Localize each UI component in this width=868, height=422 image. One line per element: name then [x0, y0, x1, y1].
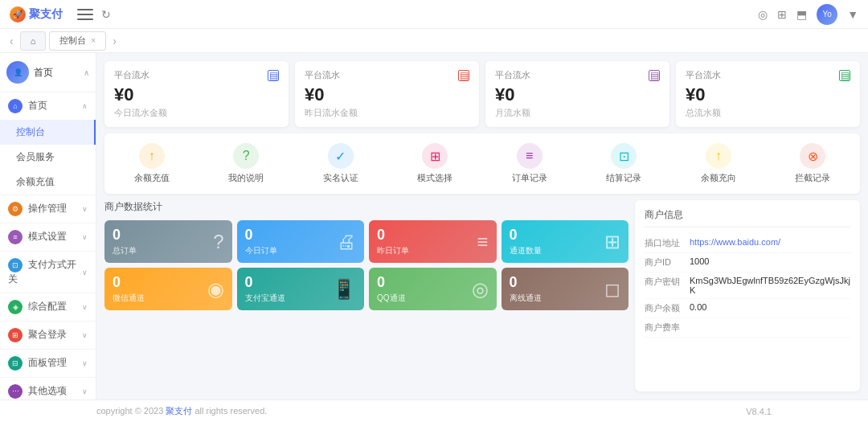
stat-offline: 0离线通道 ◻ [502, 268, 629, 310]
dropdown-icon[interactable]: ▼ [847, 8, 858, 21]
refresh-button[interactable]: ↻ [101, 8, 111, 21]
info-value-balance: 0.00 [690, 302, 706, 312]
layout: 👤 首页 ∧ ⌂ 首页 ∧ 控制台 会员服务 余额充值 [0, 53, 868, 399]
footer: copyright © 2023 聚支付 all rights reserved… [0, 399, 868, 422]
info-row-key: 商户密钥 KmSg3WbJEgwlnfTB59z62EyGzgWjsJkjK [645, 272, 850, 299]
topbar-left: 🚀 聚支付 ↻ [10, 6, 111, 23]
tabbar: ‹ ⌂ 控制台 × › [0, 29, 868, 53]
quick-action-recharge[interactable]: ↑ 余额充值 [124, 140, 180, 187]
quick-action-settlement[interactable]: ⊡ 结算记录 [596, 140, 652, 187]
operations-icon: ⚙ [8, 202, 23, 216]
bottom-row: 商户数据统计 0总订单 ? 0今日订单 🖨 0昨日订单 ≡ [104, 200, 860, 391]
stat-amount-month: ¥0 [495, 84, 660, 105]
login-icon: ⊞ [8, 328, 23, 342]
quick-action-recharge2[interactable]: ↑ 余额充向 [690, 140, 747, 187]
sidebar-group-config: ◈ 综合配置 ∨ [0, 293, 96, 322]
stats-grid: 0总订单 ? 0今日订单 🖨 0昨日订单 ≡ 0通道数量 ⊞ [104, 220, 628, 310]
quick-action-order[interactable]: ≡ 订单记录 [502, 140, 558, 187]
stat-icon-yesterday: ▤ [458, 70, 469, 81]
info-value-key: KmSg3WbJEgwlnfTB59z62EyGzgWjsJkjK [690, 276, 850, 295]
stat-card-total: 平台流水 ▤ ¥0 总流水额 [676, 61, 860, 127]
logo-icon: 🚀 [10, 6, 26, 23]
verify-icon: ✓ [328, 143, 354, 169]
other-icon: ⋯ [8, 384, 23, 399]
sidebar-group-header-home[interactable]: ⌂ 首页 ∧ [0, 92, 96, 120]
home-group-icon: ⌂ [8, 99, 23, 113]
stat-amount-today: ¥0 [114, 84, 279, 105]
mode-icon: ≡ [8, 230, 23, 244]
operations-chevron: ∨ [82, 205, 88, 213]
panel-icon: ⊟ [8, 356, 23, 371]
today-orders-icon: 🖨 [337, 231, 356, 253]
info-value-id: 1000 [690, 256, 709, 266]
sidebar-group-header-mode[interactable]: ≡ 模式设置 ∨ [0, 223, 96, 251]
recharge2-icon: ↑ [706, 143, 731, 169]
stat-icon-total: ▤ [839, 70, 850, 81]
sidebar-avatar: 👤 [6, 61, 29, 84]
quick-action-explain[interactable]: ? 我的说明 [218, 140, 274, 187]
stat-title-today: 平台流水 [114, 69, 149, 81]
stat-icon-today: ▤ [268, 70, 279, 81]
sidebar-group-payment: ⊡ 支付方式开关 ∨ [0, 252, 96, 293]
sidebar-item-recharge[interactable]: 余额充值 [0, 170, 96, 195]
sidebar-group-header-operations[interactable]: ⚙ 操作管理 ∨ [0, 195, 96, 223]
sidebar-username: 首页 [34, 66, 79, 80]
stat-card-yesterday: 平台流水 ▤ ¥0 昨日流水金额 [295, 61, 479, 127]
sidebar-group-header-login[interactable]: ⊞ 聚合登录 ∨ [0, 322, 96, 349]
tab-dashboard[interactable]: 控制台 × [49, 31, 106, 51]
footer-version: V8.4.1 [746, 407, 772, 416]
sidebar-group-header-other[interactable]: ⋯ 其他选项 ∨ [0, 378, 96, 399]
user-avatar[interactable]: Yo [817, 4, 837, 25]
quick-action-verify[interactable]: ✓ 实名认证 [313, 140, 369, 187]
tab-close-button[interactable]: × [91, 36, 96, 45]
yesterday-orders-icon: ≡ [477, 231, 488, 253]
stat-label-total: 总流水额 [686, 107, 850, 119]
info-label-rate: 商户费率 [645, 322, 690, 334]
tab-prev-button[interactable]: ‹ [6, 35, 17, 47]
sidebar-group-operations: ⚙ 操作管理 ∨ [0, 195, 96, 223]
alipay-icon: 📱 [332, 278, 356, 301]
home-chevron: ∧ [82, 102, 88, 110]
sidebar-item-member-service[interactable]: 会员服务 [0, 145, 96, 170]
sidebar-group-panel: ⊟ 面板管理 ∨ [0, 350, 96, 378]
stat-label-month: 月流水额 [495, 107, 660, 119]
info-label-key: 商户密钥 [645, 276, 690, 288]
merchant-stats-title: 商户数据统计 [104, 200, 628, 214]
logo-text: 聚支付 [29, 7, 63, 22]
menu-toggle-button[interactable] [77, 9, 93, 20]
info-row-balance: 商户余额 0.00 [645, 299, 850, 318]
sidebar-user-section: 👤 首页 ∧ [0, 53, 96, 92]
sidebar-group-header-config[interactable]: ◈ 综合配置 ∨ [0, 293, 96, 321]
stat-label-today: 今日流水金额 [114, 107, 279, 119]
info-value-url: https://www.baidu.com/ [690, 237, 780, 247]
lock-icon[interactable]: ⬒ [796, 8, 807, 21]
sidebar: 👤 首页 ∧ ⌂ 首页 ∧ 控制台 会员服务 余额充值 [0, 53, 96, 399]
stat-card-month: 平台流水 ▤ ¥0 月流水额 [485, 61, 669, 127]
topbar: 🚀 聚支付 ↻ ◎ ⊞ ⬒ Yo ▼ [0, 0, 868, 29]
sidebar-chevron-icon[interactable]: ∧ [84, 68, 89, 77]
stat-yesterday-orders: 0昨日订单 ≡ [369, 220, 497, 263]
info-row-url: 插口地址 https://www.baidu.com/ [645, 234, 850, 253]
merchant-stats-section: 商户数据统计 0总订单 ? 0今日订单 🖨 0昨日订单 ≡ [104, 200, 628, 391]
info-label-balance: 商户余额 [645, 302, 690, 314]
tab-home[interactable]: ⌂ [20, 31, 47, 51]
recharge-icon: ↑ [139, 143, 165, 169]
bell-icon[interactable]: ◎ [758, 8, 768, 21]
info-label-id: 商户ID [645, 256, 690, 268]
sidebar-group-login: ⊞ 聚合登录 ∨ [0, 322, 96, 350]
tab-next-button[interactable]: › [109, 35, 120, 47]
merchant-info-title: 商户信息 [645, 208, 850, 227]
stat-today-orders: 0今日订单 🖨 [237, 220, 365, 263]
home-icon: ⌂ [31, 36, 36, 46]
sidebar-group-header-payment[interactable]: ⊡ 支付方式开关 ∨ [0, 252, 96, 293]
qq-icon: ◎ [472, 278, 489, 301]
sidebar-group-header-panel[interactable]: ⊟ 面板管理 ∨ [0, 350, 96, 377]
footer-brand-link[interactable]: 聚支付 [166, 406, 192, 416]
quick-action-template[interactable]: ⊞ 模式选择 [407, 140, 463, 187]
order-icon: ≡ [517, 143, 542, 169]
fullscreen-icon[interactable]: ⊞ [777, 8, 787, 21]
sidebar-item-dashboard[interactable]: 控制台 [0, 120, 96, 145]
info-label-url: 插口地址 [645, 237, 690, 249]
quick-action-intercept[interactable]: ⊗ 拦截记录 [784, 140, 841, 187]
wechat-icon: ◉ [207, 278, 224, 301]
